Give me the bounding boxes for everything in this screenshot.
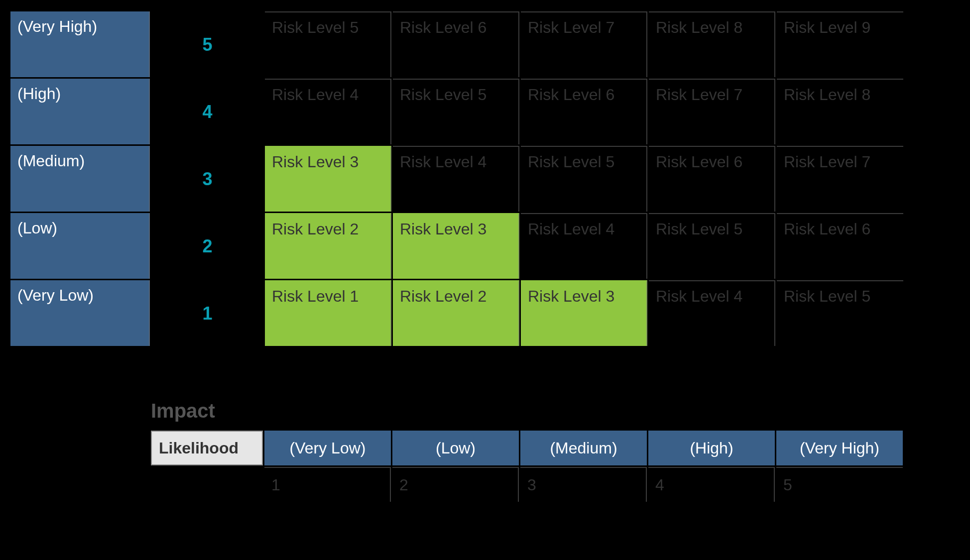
legend-row-values: 1 2 3 4 5 — [151, 467, 903, 502]
risk-cell-1-2: Risk Level 2 — [393, 280, 519, 346]
impact-value-2: 2 — [392, 467, 519, 502]
risk-cell-4-2: Risk Level 5 — [393, 79, 519, 144]
risk-cell-4-5: Risk Level 8 — [777, 79, 903, 144]
risk-cell-1-1: Risk Level 1 — [265, 280, 391, 346]
impact-value-4: 4 — [648, 467, 775, 502]
legend-empty-cell — [151, 467, 263, 502]
risk-cell-5-5: Risk Level 9 — [777, 11, 903, 77]
risk-cell-2-1: Risk Level 2 — [265, 213, 391, 279]
risk-cell-5-3: Risk Level 7 — [521, 11, 647, 77]
risk-cell-5-1: Risk Level 5 — [265, 11, 391, 77]
likelihood-label-very-low: (Very Low) — [10, 280, 150, 346]
likelihood-value-2: 2 — [151, 213, 263, 279]
matrix-row-2: (Low) 2 Risk Level 2 Risk Level 3 Risk L… — [10, 213, 903, 279]
risk-cell-4-1: Risk Level 4 — [265, 79, 391, 144]
risk-cell-2-5: Risk Level 6 — [777, 213, 903, 279]
risk-cell-4-3: Risk Level 6 — [521, 79, 647, 144]
risk-matrix-canvas: (Very High) 5 Risk Level 5 Risk Level 6 … — [0, 0, 970, 560]
likelihood-label-high: (High) — [10, 79, 150, 144]
risk-cell-1-4: Risk Level 4 — [649, 280, 775, 346]
likelihood-value-4: 4 — [151, 79, 263, 144]
risk-cell-3-3: Risk Level 5 — [521, 146, 647, 212]
impact-label-high: (High) — [648, 431, 775, 465]
matrix-row-5: (Very High) 5 Risk Level 5 Risk Level 6 … — [10, 11, 903, 77]
impact-value-5: 5 — [776, 467, 903, 502]
matrix-row-3: (Medium) 3 Risk Level 3 Risk Level 4 Ris… — [10, 146, 903, 212]
impact-axis-title: Impact — [151, 400, 215, 422]
risk-cell-1-5: Risk Level 5 — [777, 280, 903, 346]
likelihood-value-3: 3 — [151, 146, 263, 212]
legend-row-labels: Likelihood (Very Low) (Low) (Medium) (Hi… — [151, 431, 903, 465]
impact-value-3: 3 — [520, 467, 647, 502]
matrix-row-4: (High) 4 Risk Level 4 Risk Level 5 Risk … — [10, 79, 903, 144]
risk-cell-2-3: Risk Level 4 — [521, 213, 647, 279]
risk-cell-3-5: Risk Level 7 — [777, 146, 903, 212]
risk-cell-2-2: Risk Level 3 — [393, 213, 519, 279]
risk-cell-3-1: Risk Level 3 — [265, 146, 391, 212]
impact-label-medium: (Medium) — [520, 431, 647, 465]
likelihood-label-medium: (Medium) — [10, 146, 150, 212]
risk-cell-5-4: Risk Level 8 — [649, 11, 775, 77]
risk-matrix-table: (Very High) 5 Risk Level 5 Risk Level 6 … — [9, 10, 905, 347]
risk-cell-4-4: Risk Level 7 — [649, 79, 775, 144]
risk-cell-3-4: Risk Level 6 — [649, 146, 775, 212]
likelihood-value-5: 5 — [151, 11, 263, 77]
risk-cell-2-4: Risk Level 5 — [649, 213, 775, 279]
likelihood-value-1: 1 — [151, 280, 263, 346]
likelihood-label-very-high: (Very High) — [10, 11, 150, 77]
risk-cell-1-3: Risk Level 3 — [521, 280, 647, 346]
impact-label-very-low: (Very Low) — [264, 431, 391, 465]
matrix-row-1: (Very Low) 1 Risk Level 1 Risk Level 2 R… — [10, 280, 903, 346]
likelihood-header: Likelihood — [151, 431, 263, 465]
risk-cell-3-2: Risk Level 4 — [393, 146, 519, 212]
impact-label-low: (Low) — [392, 431, 519, 465]
impact-label-very-high: (Very High) — [776, 431, 903, 465]
risk-cell-5-2: Risk Level 6 — [393, 11, 519, 77]
likelihood-label-low: (Low) — [10, 213, 150, 279]
impact-legend-table: Likelihood (Very Low) (Low) (Medium) (Hi… — [149, 429, 904, 503]
impact-value-1: 1 — [264, 467, 391, 502]
